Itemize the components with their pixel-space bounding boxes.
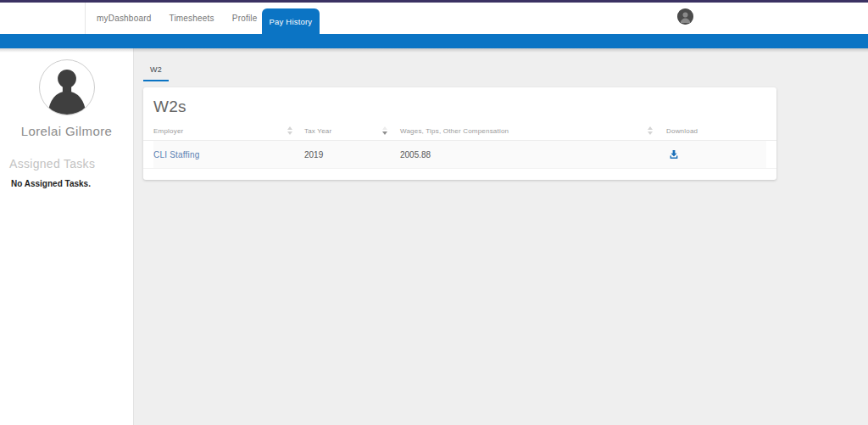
nav-item-mydashboard[interactable]: myDashboard xyxy=(97,14,151,23)
cell-tax-year: 2019 xyxy=(298,141,392,168)
card-title: W2s xyxy=(143,87,776,121)
column-label: Download xyxy=(666,127,698,135)
tab-w2[interactable]: W2 xyxy=(143,62,169,81)
table-row: CLI Staffing 2019 2005.88 xyxy=(143,140,776,169)
table-header-row: Employer Tax Year Wages, Tips, Other Com… xyxy=(143,121,776,140)
user-avatar-button[interactable] xyxy=(677,8,693,25)
nav-item-pay-history-active[interactable]: Pay History xyxy=(262,8,320,34)
sort-icon[interactable] xyxy=(287,126,292,135)
column-label: Wages, Tips, Other Compensation xyxy=(400,127,509,135)
download-button[interactable] xyxy=(668,148,680,160)
person-silhouette-icon xyxy=(40,60,94,115)
cell-download xyxy=(658,141,766,168)
column-label: Tax Year xyxy=(304,127,331,135)
profile-avatar xyxy=(39,59,95,115)
column-header-tax-year[interactable]: Tax Year xyxy=(298,126,392,135)
tax-year-value: 2019 xyxy=(304,150,323,159)
w2s-card: W2s Employer Tax Year Wages, Tips, Other… xyxy=(143,87,776,180)
main-nav: myDashboard Timesheets Profile Pay Histo… xyxy=(86,3,320,34)
nav-item-profile[interactable]: Profile xyxy=(232,14,258,23)
sidebar: Lorelai Gilmore Assigned Tasks No Assign… xyxy=(0,48,134,425)
download-icon xyxy=(668,148,680,160)
column-label: Employer xyxy=(153,127,183,135)
cell-employer: CLI Staffing xyxy=(153,141,298,168)
main-panel: W2 W2s Employer Tax Year Wages, Tips, Ot… xyxy=(134,48,868,425)
page-content: Lorelai Gilmore Assigned Tasks No Assign… xyxy=(0,48,868,425)
employer-link[interactable]: CLI Staffing xyxy=(153,150,199,159)
tab-bar: W2 xyxy=(143,60,868,81)
sort-icon[interactable] xyxy=(648,126,653,135)
nav-item-timesheets[interactable]: Timesheets xyxy=(169,14,214,23)
column-header-wages[interactable]: Wages, Tips, Other Compensation xyxy=(392,126,658,135)
person-silhouette-icon xyxy=(677,8,693,25)
assigned-tasks-empty-message: No Assigned Tasks. xyxy=(11,179,133,188)
cell-wages: 2005.88 xyxy=(392,141,658,168)
column-header-employer[interactable]: Employer xyxy=(153,126,298,135)
sort-icon[interactable] xyxy=(382,126,387,135)
app-header: myDashboard Timesheets Profile Pay Histo… xyxy=(0,3,868,34)
wages-value: 2005.88 xyxy=(400,150,431,159)
assigned-tasks-heading: Assigned Tasks xyxy=(9,157,133,171)
logo-area xyxy=(0,3,86,34)
card-bottom-spacer xyxy=(143,169,776,180)
user-name: Lorelai Gilmore xyxy=(0,124,133,138)
header-accent-bar xyxy=(0,34,868,48)
column-header-download: Download xyxy=(658,127,766,135)
